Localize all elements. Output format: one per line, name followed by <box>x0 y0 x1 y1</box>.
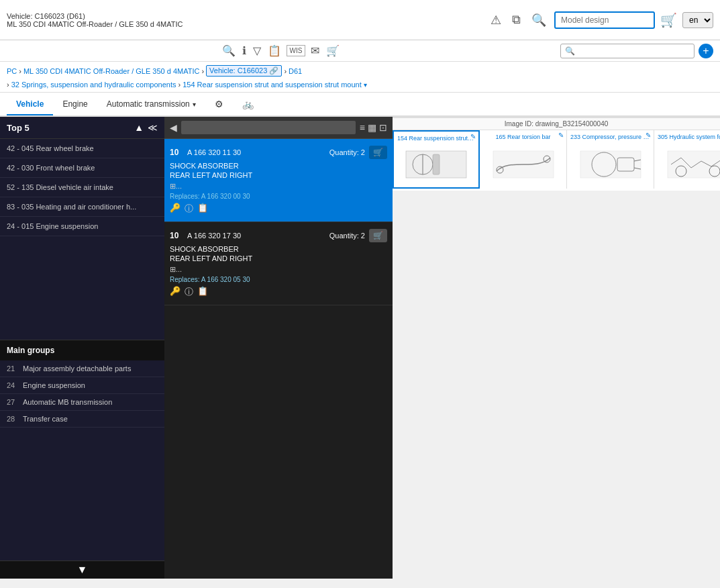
cart-top-icon[interactable]: 🛒 <box>660 12 677 28</box>
part-qty-1: Quantity: 2 <box>329 148 365 156</box>
breadcrumb-vehicle[interactable]: Vehicle: C166023 🔗 <box>206 65 282 77</box>
breadcrumb-rear-susp[interactable]: 154 Rear suspension strut and suspension… <box>183 81 362 89</box>
tab-engine-label: Engine <box>62 99 87 109</box>
thumb-label-1: 154 Rear suspension strut and suspension… <box>396 134 476 143</box>
thumbnail-strip: 154 Rear suspension strut and suspension… <box>393 130 720 189</box>
center-search-input[interactable] <box>181 121 356 134</box>
main-layout: Top 5 ▲ ≪ 42 - 045 Rear wheel brake 42 -… <box>0 117 720 579</box>
mail-icon[interactable]: ✉ <box>309 43 321 58</box>
list-view-btn[interactable]: ≡ <box>360 122 365 133</box>
top5-close-btn[interactable]: ≪ <box>148 122 158 133</box>
part-info-icon-1[interactable]: ⓘ <box>185 203 193 215</box>
search-icon-top[interactable]: 🔍 <box>529 11 549 29</box>
mg-item-27[interactable]: 27 Automatic MB transmission <box>0 394 164 411</box>
center-prev-btn[interactable]: ◀ <box>170 122 177 133</box>
top-bar: Vehicle: C166023 (D61) ML 350 CDI 4MATIC… <box>0 0 720 40</box>
part-lock-icon-1[interactable]: 🔑 <box>170 203 181 215</box>
thumb-edit-icon-1[interactable]: ✎ <box>470 133 476 140</box>
scroll-arrow: ▼ <box>0 560 164 579</box>
thumb-edit-icon-3[interactable]: ✎ <box>646 132 651 139</box>
part-lock-icon-2[interactable]: 🔑 <box>170 286 181 298</box>
part-info-icon-2[interactable]: ⓘ <box>185 286 193 298</box>
filter-icon[interactable]: ▽ <box>252 43 262 58</box>
model-search-input[interactable] <box>554 11 655 29</box>
detail-view-btn[interactable]: ⊡ <box>379 122 387 133</box>
part-doc-icon-2[interactable]: 📋 <box>197 286 208 298</box>
add-icon[interactable]: + <box>699 44 713 58</box>
top5-item-2[interactable]: 42 - 030 Front wheel brake <box>0 158 164 178</box>
part-replaces-2: Replaces: A 166 320 05 30 <box>170 276 387 283</box>
top5-item-1[interactable]: 42 - 045 Rear wheel brake <box>0 139 164 158</box>
breadcrumb-pc[interactable]: PC <box>7 67 17 75</box>
tab-settings[interactable]: ⚙ <box>205 93 233 116</box>
top5-item-3[interactable]: 52 - 135 Diesel vehicle air intake <box>0 178 164 197</box>
bike-tab-icon: 🚲 <box>242 99 254 109</box>
wis-icon[interactable]: WIS <box>287 45 306 56</box>
svg-rect-32 <box>433 154 440 175</box>
tab-engine[interactable]: Engine <box>53 94 97 115</box>
zoom-in-icon[interactable]: 🔍 <box>221 43 237 58</box>
mg-label-27: Automatic MB transmission <box>23 398 158 406</box>
tab-bike[interactable]: 🚲 <box>233 93 263 116</box>
part-name2-1: REAR LEFT AND RIGHT <box>170 171 387 179</box>
warning-icon[interactable]: ⚠ <box>488 11 504 29</box>
mg-item-21[interactable]: 21 Major assembly detachable parts <box>0 360 164 377</box>
part-doc-icon-1[interactable]: 📋 <box>197 203 208 215</box>
top5-item-4[interactable]: 83 - 035 Heating and air conditioner h..… <box>0 197 164 217</box>
thumb-edit-icon-2[interactable]: ✎ <box>558 132 564 139</box>
add-to-cart-btn-1[interactable]: 🛒 <box>369 146 387 159</box>
part-item-1[interactable]: 10 A 166 320 11 30 Quantity: 2 🛒 SHOCK A… <box>164 139 393 222</box>
main-groups-header: Main groups <box>0 340 164 360</box>
part-icons-2: 🔑 ⓘ 📋 <box>170 286 387 298</box>
copy-icon[interactable]: ⧉ <box>509 11 523 28</box>
part-code-1: A 166 320 11 30 <box>187 148 325 156</box>
part-icons-1: 🔑 ⓘ 📋 <box>170 203 387 215</box>
part-code-2: A 166 320 17 30 <box>187 232 325 240</box>
scroll-down-btn[interactable]: ▼ <box>77 564 88 576</box>
mg-item-28[interactable]: 28 Transfer case <box>0 411 164 428</box>
mg-label-24: Engine suspension <box>23 381 158 389</box>
lang-select[interactable]: en de <box>682 12 713 28</box>
top5-header: Top 5 ▲ ≪ <box>0 117 164 139</box>
thumb-img-4 <box>656 142 720 187</box>
image-id-bar: Image ID: drawing_B32154000040 <box>393 118 720 130</box>
grid-view-btn[interactable]: ▦ <box>368 122 376 133</box>
document-alert-icon[interactable]: 📋 <box>266 43 282 58</box>
part-name2-2: REAR LEFT AND RIGHT <box>170 254 387 262</box>
info-icon[interactable]: ℹ <box>241 43 248 58</box>
breadcrumb-model[interactable]: ML 350 CDI 4MATIC Off-Roader / GLE 350 d… <box>23 67 199 75</box>
mg-num-21: 21 <box>7 364 23 373</box>
thumb-item-4[interactable]: 305 Hydraulic system for driving stabi..… <box>654 130 720 189</box>
part-replaces-1: Replaces: A 166 320 00 30 <box>170 193 387 200</box>
tab-transmission[interactable]: Automatic transmission ▾ <box>97 94 205 115</box>
part-row-num-1: 10 <box>170 148 183 157</box>
tab-vehicle-label: Vehicle <box>16 99 44 109</box>
part-item-2[interactable]: 10 A 166 320 17 30 Quantity: 2 🛒 SHOCK A… <box>164 222 393 305</box>
breadcrumb-springs[interactable]: 32 Springs, suspension and hydraulic com… <box>11 81 176 89</box>
part-name-1: SHOCK ABSORBER <box>170 162 387 170</box>
center-panel: ◀ ≡ ▦ ⊡ 10 A 166 320 11 30 Quantity: 2 🛒… <box>164 117 393 579</box>
top5-collapse-btn[interactable]: ▲ <box>134 122 144 133</box>
parts-search-input[interactable] <box>560 44 695 58</box>
top5-item-5[interactable]: 24 - 015 Engine suspension <box>0 217 164 236</box>
secondary-toolbar: 🔍 ℹ ▽ 📋 WIS ✉ 🛒 + <box>0 40 720 62</box>
mg-num-28: 28 <box>7 415 23 423</box>
mg-item-24[interactable]: 24 Engine suspension <box>0 377 164 394</box>
thumb-label-4: 305 Hydraulic system for driving stabi..… <box>656 132 720 142</box>
thumb-img-2 <box>482 142 564 187</box>
breadcrumb: PC › ML 350 CDI 4MATIC Off-Roader / GLE … <box>0 62 720 93</box>
breadcrumb-d61[interactable]: D61 <box>289 67 302 75</box>
thumb-img-3 <box>569 142 652 187</box>
part-name-2: SHOCK ABSORBER <box>170 245 387 253</box>
mg-num-24: 24 <box>7 381 23 389</box>
thumb-item-1[interactable]: 154 Rear suspension strut and suspension… <box>393 130 480 189</box>
part-extra-2: ⊞... <box>170 265 387 274</box>
center-view-icons: ≡ ▦ ⊡ <box>360 122 387 133</box>
tab-vehicle[interactable]: Vehicle <box>7 94 53 115</box>
thumb-label-3: 233 Compressor, pressure reservoir and v… <box>569 132 652 142</box>
add-to-cart-btn-2[interactable]: 🛒 <box>369 229 387 242</box>
thumb-item-3[interactable]: 233 Compressor, pressure reservoir and v… <box>567 130 654 189</box>
thumb-item-2[interactable]: 165 Rear torsion bar ✎ <box>480 130 567 189</box>
cart-toolbar-icon[interactable]: 🛒 <box>325 43 341 58</box>
mg-label-28: Transfer case <box>23 415 158 423</box>
